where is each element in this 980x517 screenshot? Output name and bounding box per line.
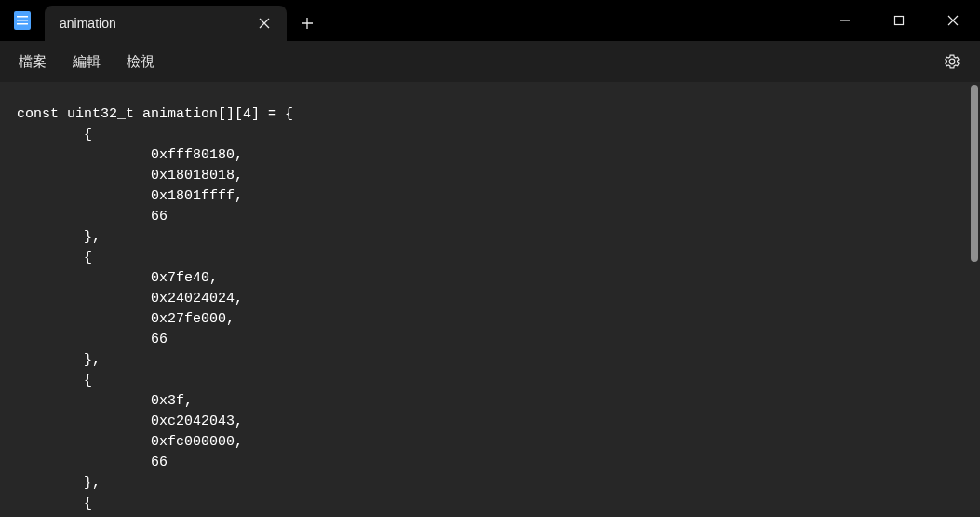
notepad-icon [14, 11, 31, 30]
gear-icon [944, 53, 960, 70]
titlebar: animation [0, 0, 980, 41]
maximize-button[interactable] [872, 0, 926, 41]
app-icon-wrap [0, 0, 45, 41]
menu-file[interactable]: 檔案 [6, 48, 60, 76]
settings-button[interactable] [935, 45, 969, 78]
menubar: 檔案 編輯 檢視 [0, 41, 980, 82]
maximize-icon [893, 15, 905, 26]
plus-icon [301, 17, 314, 30]
minimize-icon [839, 15, 851, 26]
close-icon [947, 15, 959, 26]
window-controls [818, 0, 980, 41]
new-tab-button[interactable] [287, 6, 328, 41]
svg-rect-0 [895, 17, 904, 25]
editor-area[interactable]: const uint32_t animation[][4] = { { 0xff… [0, 82, 980, 517]
tab-close-button[interactable] [251, 10, 277, 36]
titlebar-drag-region[interactable] [328, 0, 818, 41]
menu-view[interactable]: 檢視 [114, 48, 168, 76]
code-content[interactable]: const uint32_t animation[][4] = { { 0xff… [0, 82, 980, 514]
vertical-scrollbar[interactable] [969, 82, 980, 517]
minimize-button[interactable] [818, 0, 872, 41]
close-icon [259, 18, 270, 29]
menu-edit[interactable]: 編輯 [60, 48, 114, 76]
tab-animation[interactable]: animation [45, 6, 287, 41]
tab-title: animation [60, 16, 251, 31]
close-window-button[interactable] [926, 0, 980, 41]
scrollbar-thumb[interactable] [971, 85, 978, 262]
